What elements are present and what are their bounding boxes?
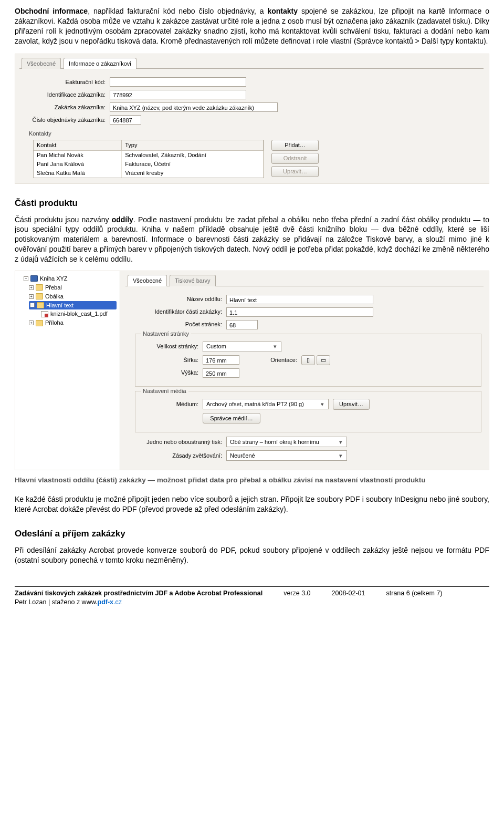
page-count-input[interactable]: 68	[226, 320, 258, 329]
tab-general[interactable]: Všeobecné	[22, 58, 61, 69]
remove-contact-button[interactable]: Odstranit	[271, 153, 319, 164]
page-size-select[interactable]: Custom▾	[203, 342, 281, 352]
order-number-label: Číslo objednávky zákazníka:	[32, 116, 106, 124]
width-label: Šířka:	[141, 356, 198, 364]
footer-title: Zadávání tiskových zakázek prostřednictv…	[15, 589, 262, 598]
customer-id-label: Identifikace zákazníka:	[32, 91, 106, 99]
section-id-input[interactable]: 1.1	[226, 307, 373, 317]
media-settings-legend: Nastavení média	[141, 387, 188, 395]
intro-bold2: kontakty	[267, 7, 298, 15]
intro-paragraph: Obchodní informace, například fakturační…	[15, 6, 489, 46]
media-manager-button[interactable]: Správce médií…	[203, 413, 260, 424]
collapse-icon[interactable]: −	[30, 303, 35, 307]
footer-date: 2008-02-01	[332, 589, 365, 598]
col-contact: Kontakt	[34, 140, 122, 150]
tab-strip: Všeobecné Informace o zákazníkovi	[19, 57, 484, 69]
tree-node[interactable]: +Příloha	[29, 318, 117, 327]
chevron-down-icon: ▾	[337, 452, 344, 460]
billing-code-label: Eakturační kód:	[32, 78, 106, 86]
collapse-icon[interactable]: −	[24, 276, 28, 281]
page-settings-group: Nastavení stránky Velikost stránky: Cust…	[135, 334, 481, 387]
attach-paragraph: Ke každé části produktu je možné připoji…	[15, 494, 489, 514]
tree-node[interactable]: +Obálka	[29, 292, 117, 301]
tab-print-colors[interactable]: Tiskové barvy	[170, 275, 215, 286]
col-types: Typy	[122, 140, 264, 150]
tree-node[interactable]: +Přebal	[29, 283, 117, 292]
width-input[interactable]: 176 mm	[203, 355, 239, 365]
screenshot-customer-info: Všeobecné Informace o zákazníkovi Eaktur…	[15, 54, 489, 184]
contacts-table[interactable]: Kontakt Typy Pan Michal NovákSchvalovate…	[33, 140, 264, 178]
parts-heading: Části produktu	[15, 198, 489, 210]
footer-author: Petr Lozan | staženo z www.	[15, 598, 98, 606]
parts-paragraph: Části produktu jsou nazvány oddíly. Podl…	[15, 215, 489, 264]
orientation-landscape-button[interactable]: ▭	[317, 355, 330, 365]
medium-label: Médium:	[141, 400, 198, 408]
sides-select[interactable]: Obě strany – horní okraj k hornímu▾	[226, 437, 347, 447]
edit-medium-button[interactable]: Upravit…	[333, 399, 370, 410]
folder-icon	[36, 320, 43, 326]
expand-icon[interactable]: +	[29, 285, 34, 290]
sides-label: Jedno nebo oboustranný tisk:	[138, 438, 222, 446]
add-contact-button[interactable]: Přidat…	[271, 140, 319, 151]
section-name-input[interactable]: Hlavní text	[226, 295, 373, 304]
table-row: Pan Michal NovákSchvalovatel, Zákazník, …	[34, 151, 264, 160]
page-count-label: Počet stránek:	[138, 321, 222, 328]
pdf-file-icon	[41, 311, 48, 317]
customer-job-input[interactable]: Kniha XYZ (název, pod kterým vede zakázk…	[110, 102, 278, 112]
table-row: Slečna Katka MaláVrácení kresby	[34, 169, 264, 178]
tree-node-selected[interactable]: −Hlavní text	[29, 301, 117, 310]
customer-id-input[interactable]: 778992	[110, 90, 246, 99]
customer-job-label: Zakázka zákazníka:	[32, 104, 106, 111]
send-receive-heading: Odeslání a příjem zakázky	[15, 528, 489, 540]
folder-icon	[37, 302, 44, 308]
page-settings-legend: Nastavení stránky	[141, 330, 191, 338]
height-input[interactable]: 250 mm	[203, 368, 239, 378]
contacts-group-label: Kontakty	[29, 130, 484, 138]
orientation-label: Orientace:	[250, 356, 297, 364]
tree-file[interactable]: knizni-blok_cast_1.pdf	[34, 309, 117, 318]
tab-general[interactable]: Všeobecné	[128, 275, 167, 286]
expand-icon[interactable]: +	[29, 294, 34, 299]
billing-code-input[interactable]	[110, 77, 246, 87]
section-id-label: Identifikátor části zakázky:	[138, 308, 222, 316]
height-label: Výška:	[141, 369, 198, 377]
order-number-input[interactable]: 664887	[110, 115, 141, 125]
scale-label: Zásady zvětšování:	[138, 452, 222, 460]
scale-select[interactable]: Neurčené▾	[226, 450, 347, 461]
table-row: Paní Jana KrálováFakturace, Účetní	[34, 160, 264, 169]
chevron-down-icon: ▾	[271, 343, 279, 350]
media-settings-group: Nastavení média Médium: Archový ofset, m…	[135, 391, 481, 433]
page-footer: Zadávání tiskových zakázek prostřednictv…	[15, 586, 489, 607]
chevron-down-icon: ▾	[318, 400, 326, 408]
edit-contact-button[interactable]: Upravit…	[271, 166, 319, 177]
tree-root[interactable]: − Kniha XYZ	[24, 274, 117, 283]
footer-link[interactable]: pdf-x.cz	[98, 598, 122, 606]
product-tree[interactable]: − Kniha XYZ +Přebal +Obálka −Hlavní text…	[15, 271, 120, 470]
send-paragraph: Při odesílání zakázky Acrobat provede ko…	[15, 545, 489, 565]
medium-select[interactable]: Archový ofset, matná křída PT2 (90 g)▾	[203, 399, 329, 409]
folder-icon	[36, 293, 43, 299]
book-icon	[30, 275, 38, 282]
chevron-down-icon: ▾	[337, 438, 344, 446]
tab-strip: Všeobecné Tiskové barvy	[125, 274, 484, 286]
orientation-portrait-button[interactable]: ▯	[301, 355, 315, 365]
screenshot-section-properties: − Kniha XYZ +Přebal +Obálka −Hlavní text…	[15, 271, 489, 470]
tab-customer-info[interactable]: Informace o zákazníkovi	[64, 58, 136, 69]
section-name-label: Název oddílu:	[138, 295, 222, 303]
intro-bold1: Obchodní informace	[15, 7, 88, 15]
folder-icon	[36, 284, 43, 291]
expand-icon[interactable]: +	[29, 321, 34, 325]
footer-page: strana 6 (celkem 7)	[386, 589, 443, 598]
screenshot-caption: Hlavní vlastnosti oddílu (části) zakázky…	[15, 476, 489, 485]
footer-version: verze 3.0	[284, 589, 310, 598]
page-size-label: Velikost stránky:	[141, 343, 198, 350]
